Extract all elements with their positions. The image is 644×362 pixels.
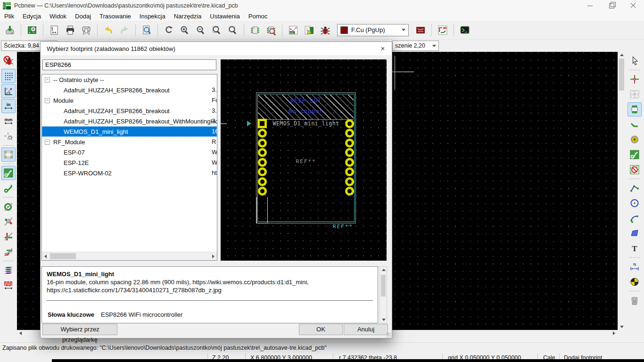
delete-icon[interactable] [627,293,642,307]
add-dimension-icon[interactable]: N [627,260,642,274]
microwave-tools-icon[interactable] [1,278,16,292]
close-button[interactable] [622,0,644,11]
netlist-icon[interactable]: NET [286,23,301,38]
add-footprint-icon[interactable] [627,102,642,116]
add-polygon-icon[interactable] [627,226,642,240]
high-contrast-icon[interactable] [1,245,16,259]
menu-inspekcja[interactable]: Inspekcja [135,12,170,20]
tree-row[interactable]: Adafruit_HUZZAH_ESP8266_breakout_WithMou… [42,116,217,126]
footprint-tree[interactable]: −-- Ostatnio użyte --Adafruit_HUZZAH_ESP… [41,74,217,261]
drc-off-icon[interactable] [1,54,16,68]
menu-ustawienia[interactable]: Ustawienia [206,12,244,20]
menu-pomoc[interactable]: Pomoc [244,12,272,20]
plot-icon[interactable] [79,23,94,38]
scroll-up-icon[interactable] [620,54,624,56]
cancel-button[interactable]: Anuluj [344,324,388,335]
zoom-selection-icon[interactable] [225,23,240,38]
polar-coordinates-icon[interactable]: rθ [1,84,16,98]
add-text-icon[interactable]: T [627,241,642,255]
footprint-preview[interactable]: KEEP OUT No copper WEMOS_D1_mini_light R… [221,59,387,261]
menu-widok[interactable]: Widok [45,12,71,20]
zoom-select[interactable]: szenie 2,20 [392,41,439,51]
scroll-thumb[interactable] [619,58,624,90]
info-vertical-scrollbar[interactable] [380,266,387,323]
add-arc-icon[interactable] [627,211,642,225]
page-settings-icon[interactable] [47,23,62,38]
restore-button[interactable] [601,0,622,11]
zoom-in-icon[interactable] [177,23,192,38]
units-inches-icon[interactable]: in [1,99,16,113]
dialog-close-button[interactable]: × [378,44,388,53]
collapse-icon[interactable]: − [45,98,50,103]
tree-row[interactable]: Adafruit_HUZZAH_ESP8266_breakout3. [42,85,217,95]
find-icon[interactable] [139,23,154,38]
resize-grip[interactable] [386,332,391,337]
grid-visibility-icon[interactable] [1,69,16,83]
collapse-icon[interactable]: − [45,140,50,145]
undo-icon[interactable] [101,23,116,38]
footprint-search-input[interactable] [42,59,216,70]
select-tool-icon[interactable] [627,54,642,68]
scroll-down-icon[interactable] [382,319,386,321]
tree-horizontal-scrollbar[interactable] [42,252,217,260]
scroll-down-icon[interactable] [620,326,624,328]
menu-trasowanie[interactable]: Trasowanie [95,12,135,20]
tree-row[interactable]: ESP-WROOM-02ht [42,168,217,178]
tree-row[interactable]: −RF_ModuleR [42,137,217,147]
tree-row[interactable]: −-- Ostatnio użyte -- [42,74,217,85]
zoom-fit-icon[interactable] [209,23,224,38]
add-circle-icon[interactable] [627,196,642,210]
tree-row[interactable]: −ModuleFo [42,95,217,106]
canvas-vertical-scrollbar[interactable] [618,52,625,330]
route-track-icon[interactable] [627,117,642,132]
ok-button[interactable]: OK [299,324,343,335]
tree-row[interactable]: WEMOS_D1_mini_light16 [42,126,217,137]
menu-dodaj[interactable]: Dodaj [71,12,95,20]
set-origin-icon[interactable] [627,275,642,289]
scroll-thumb[interactable] [50,253,76,259]
footprint-editor-icon[interactable] [248,23,263,38]
minimize-button[interactable] [579,0,601,11]
tree-row[interactable]: ESP-07W [42,147,217,157]
zone-display-icon[interactable] [1,181,16,195]
interactive-router-icon[interactable] [435,23,450,38]
tree-row[interactable]: Adafruit_HUZZAH_ESP8266_breakout3. [42,106,217,116]
scroll-left-icon[interactable] [19,331,22,335]
via-outline-icon[interactable] [1,199,16,214]
footprint-viewer-icon[interactable] [264,23,279,38]
scroll-thumb[interactable] [381,275,386,296]
dialog-title-bar[interactable]: Wybierz footprint (załadowano 11862 obie… [41,42,392,55]
board-setup-icon[interactable] [25,23,40,38]
scroll-right-icon[interactable] [613,331,615,335]
save-board-icon[interactable] [2,23,17,38]
add-via-icon[interactable] [627,132,642,147]
add-zone-icon[interactable] [627,148,642,162]
local-ratsnest-icon[interactable] [627,87,642,101]
redo-icon[interactable] [117,23,132,38]
scroll-left-icon[interactable] [44,255,47,258]
menu-edycja[interactable]: Edycja [18,12,45,20]
menu-narzędzia[interactable]: Narzędzia [170,12,206,20]
drc-icon[interactable] [318,23,333,38]
highlight-net-icon[interactable] [627,72,642,86]
print-icon[interactable] [63,23,78,38]
update-pcb-icon[interactable] [302,23,317,38]
add-keepout-icon[interactable] [627,163,642,177]
menu-plik[interactable]: Plik [0,12,18,20]
python-console-icon[interactable] [457,23,472,38]
curved-ratsnest-icon[interactable] [1,166,16,180]
layer-manager-icon[interactable] [413,23,428,38]
zoom-out-icon[interactable] [193,23,208,38]
tree-row[interactable]: ESP-12EW [42,157,217,168]
track-outline-icon[interactable] [1,230,16,244]
layer-select[interactable]: F.Cu (PgUp) [337,24,409,36]
scroll-right-icon[interactable] [212,255,215,258]
layers-manager-icon[interactable] [1,263,16,277]
units-mm-icon[interactable]: mm [1,114,16,128]
refresh-icon[interactable] [161,23,176,38]
ratsnest-visibility-icon[interactable] [1,148,16,162]
pad-outline-icon[interactable] [1,214,16,229]
select-by-browser-button[interactable]: Wybierz przez przeglądarkę [42,324,117,335]
collapse-icon[interactable]: − [45,77,50,82]
cursor-shape-icon[interactable] [1,129,16,143]
